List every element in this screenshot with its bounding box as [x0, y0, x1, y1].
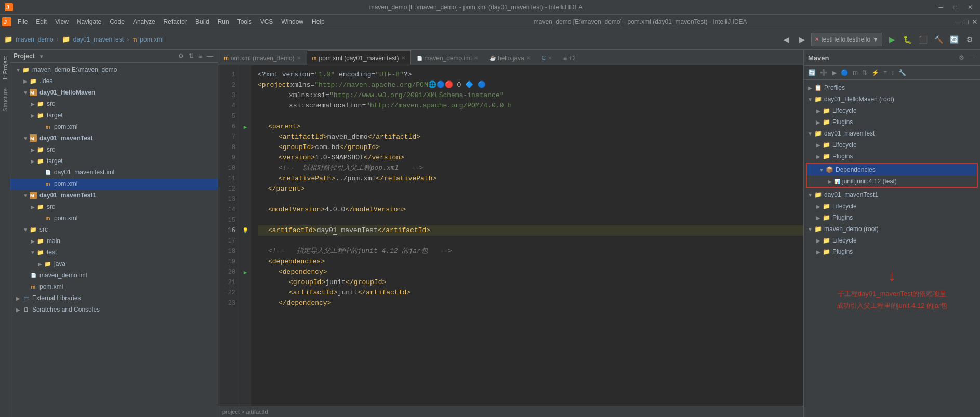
- tab-c[interactable]: C ✕: [536, 50, 558, 65]
- tree-item-src2[interactable]: ▶ 📁 src: [10, 144, 218, 155]
- breadcrumb-module[interactable]: day01_mavenTest: [73, 36, 124, 43]
- tree-item-iml2[interactable]: ▶ 📄 day01_mavenTest.iml: [10, 167, 218, 178]
- panel-tool-hide[interactable]: —: [205, 52, 215, 60]
- window-close[interactable]: ✕: [972, 18, 978, 26]
- menu-help[interactable]: Help: [308, 17, 329, 27]
- maven-item-lifecycle1[interactable]: ▶ 📁 Lifecycle: [804, 105, 980, 116]
- tab-close-c[interactable]: ✕: [548, 55, 552, 61]
- tree-item-idea[interactable]: ▶ 📁 .idea: [10, 75, 218, 87]
- tree-item-src3[interactable]: ▶ 📁 src: [10, 201, 218, 212]
- tab-om-xml[interactable]: m om.xml (maven_demo) ✕: [218, 50, 307, 65]
- sync-btn[interactable]: 🔄: [948, 33, 960, 46]
- menu-code[interactable]: Code: [105, 17, 129, 27]
- tree-item-maven-demo[interactable]: ▼ 📁 maven_demo E:\maven_demo: [10, 64, 218, 75]
- menu-window[interactable]: Window: [277, 17, 308, 27]
- maven-tool4[interactable]: ≡: [882, 68, 888, 77]
- tree-item-src1[interactable]: ▶ 📁 src: [10, 98, 218, 110]
- maven-item-plugins2[interactable]: ▶ 📁 Plugins: [804, 151, 980, 162]
- maven-hide-icon[interactable]: —: [968, 53, 976, 62]
- maven-refresh-btn[interactable]: 🔄: [807, 68, 817, 77]
- tab-close-hello[interactable]: ✕: [526, 55, 531, 61]
- tree-item-day01mt1[interactable]: ▼ M day01_mavenTest1: [10, 190, 218, 201]
- maven-item-deps[interactable]: ▼ 📦 Dependencies: [807, 164, 977, 176]
- tree-item-src-root[interactable]: ▼ 📁 src: [10, 224, 218, 235]
- sidebar-tab-project[interactable]: 1: Project: [1, 52, 9, 84]
- tree-item-pom2[interactable]: ▶ m pom.xml: [10, 178, 218, 190]
- maven-add-btn[interactable]: ➕: [819, 68, 829, 77]
- maven-tool2[interactable]: ⇅: [861, 68, 868, 77]
- tab-more[interactable]: ≡ +2: [558, 50, 581, 65]
- menu-navigate[interactable]: Navigate: [73, 17, 105, 27]
- panel-tool-expand[interactable]: ⇅: [187, 52, 195, 60]
- code-content[interactable]: <?xml version="1.0" encoding="UTF-8"?> <…: [251, 65, 803, 406]
- tab-hello[interactable]: ☕ hello.java ✕: [484, 50, 536, 65]
- tree-item-pom3[interactable]: ▶ m pom.xml: [10, 212, 218, 224]
- maven-item-lifecycle2[interactable]: ▶ 📁 Lifecycle: [804, 139, 980, 151]
- maven-tool6[interactable]: 🔧: [897, 68, 907, 77]
- sidebar-tab-structure[interactable]: Structure: [1, 84, 9, 116]
- maven-item-lifecycle4[interactable]: ▶ 📁 Lifecycle: [804, 235, 980, 246]
- tree-item-iml-root[interactable]: ▶ 📄 maven_demo.iml: [10, 270, 218, 281]
- panel-tool-gear[interactable]: ⚙: [177, 52, 186, 60]
- window-max[interactable]: □: [964, 18, 969, 26]
- maven-item-mt[interactable]: ▼ 📁 day01_mavenTest: [804, 128, 980, 139]
- tree-item-scratches[interactable]: ▶ 🗒 Scratches and Consoles: [10, 304, 218, 315]
- tree-item-pom-root[interactable]: ▶ m pom.xml: [10, 281, 218, 292]
- menu-tools[interactable]: Tools: [233, 17, 256, 27]
- nav-back-btn[interactable]: ◀: [780, 33, 792, 46]
- maven-lifecycle-btn[interactable]: 🔵: [840, 68, 850, 77]
- tree-item-day01hm[interactable]: ▼ M day01_HelloMaven: [10, 87, 218, 98]
- breadcrumb-project[interactable]: maven_demo: [16, 36, 54, 43]
- menu-refactor[interactable]: Refactor: [160, 17, 191, 27]
- tab-iml[interactable]: 📄 maven_demo.iml ✕: [411, 50, 484, 65]
- maven-item-plugins4[interactable]: ▶ 📁 Plugins: [804, 246, 980, 258]
- maven-item-hm[interactable]: ▼ 📁 day01_HelloMaven (root): [804, 93, 980, 105]
- tree-item-main[interactable]: ▶ 📁 main: [10, 235, 218, 247]
- panel-tool-settings[interactable]: ≡: [197, 52, 204, 60]
- tree-item-pom1[interactable]: ▶ m pom.xml: [10, 121, 218, 132]
- run-btn[interactable]: ▶: [885, 33, 898, 46]
- close-btn[interactable]: ✕: [964, 4, 976, 11]
- tab-close-iml[interactable]: ✕: [474, 55, 478, 61]
- tab-close-om[interactable]: ✕: [297, 55, 301, 61]
- tree-item-test[interactable]: ▼ 📁 test: [10, 247, 218, 258]
- tree-item-target1[interactable]: ▶ 📁 target: [10, 110, 218, 121]
- tree-item-target2[interactable]: ▶ 📁 target: [10, 155, 218, 167]
- maven-tool3[interactable]: ⚡: [870, 68, 880, 77]
- debug-btn[interactable]: 🐛: [901, 33, 913, 46]
- maven-item-lifecycle3[interactable]: ▶ 📁 Lifecycle: [804, 200, 980, 212]
- build-btn[interactable]: 🔨: [932, 33, 945, 46]
- maven-settings-icon[interactable]: ⚙: [958, 53, 965, 62]
- maven-tool1[interactable]: m: [852, 68, 859, 77]
- maximize-btn[interactable]: □: [950, 4, 960, 11]
- menu-analyze[interactable]: Analyze: [129, 17, 160, 27]
- nav-fwd-btn[interactable]: ▶: [796, 33, 808, 46]
- tree-label-test: test: [47, 249, 57, 256]
- window-min[interactable]: ─: [956, 18, 961, 26]
- settings-btn[interactable]: ⚙: [963, 33, 976, 46]
- run-config-selector[interactable]: ✕ testHello.testhello ▼: [811, 33, 882, 46]
- tree-item-java[interactable]: ▶ 📁 java: [10, 258, 218, 270]
- maven-item-plugins1[interactable]: ▶ 📁 Plugins: [804, 116, 980, 128]
- menu-view[interactable]: View: [51, 17, 73, 27]
- tree-item-extlibs[interactable]: ▶ 🗃 External Libraries: [10, 292, 218, 304]
- maven-item-profiles[interactable]: ▶ 📋 Profiles: [804, 82, 980, 93]
- tree-item-day01mt[interactable]: ▼ M day01_mavenTest: [10, 132, 218, 144]
- minimize-btn[interactable]: ─: [935, 4, 946, 11]
- menu-edit[interactable]: Edit: [32, 17, 51, 27]
- menu-vcs[interactable]: VCS: [256, 17, 277, 27]
- maven-tool5[interactable]: ↕: [890, 68, 895, 77]
- menu-build[interactable]: Build: [191, 17, 214, 27]
- maven-run-btn[interactable]: ▶: [831, 68, 838, 77]
- stop-btn[interactable]: ⬛: [917, 33, 929, 46]
- maven-item-junit[interactable]: ▶ 📊 junit:junit:4.12 (test): [807, 176, 977, 187]
- maven-item-plugins3[interactable]: ▶ 📁 Plugins: [804, 212, 980, 223]
- menu-run[interactable]: Run: [214, 17, 233, 27]
- panel-dropdown-arrow[interactable]: ▼: [39, 53, 44, 59]
- maven-item-demo-root[interactable]: ▼ 📁 maven_demo (root): [804, 223, 980, 235]
- menu-file[interactable]: File: [14, 17, 32, 27]
- maven-item-mt1[interactable]: ▼ 📁 day01_mavenTest1: [804, 189, 980, 200]
- tab-pom-xml[interactable]: m pom.xml (day01_mavenTest) ✕: [307, 50, 411, 65]
- breadcrumb-file[interactable]: pom.xml: [140, 36, 163, 43]
- tab-close-pom[interactable]: ✕: [401, 55, 405, 61]
